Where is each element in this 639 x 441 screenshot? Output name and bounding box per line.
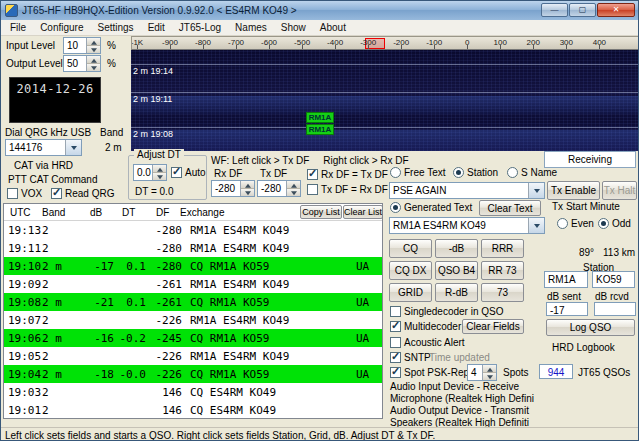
clear-text-button[interactable]: Clear Text xyxy=(479,200,541,216)
free-text-radio[interactable]: Free Text xyxy=(390,167,446,178)
macro-73-button[interactable]: 73 xyxy=(481,283,524,302)
multidecoder-checkbox[interactable]: Multidecoder xyxy=(390,321,461,332)
cell-band: 2 xyxy=(42,224,86,237)
ruler-label: -800 xyxy=(195,38,211,47)
spinner-arrows-icon[interactable] xyxy=(286,181,300,196)
minimize-button[interactable]: — xyxy=(541,3,568,17)
spot-spinner[interactable]: 4 xyxy=(467,364,497,381)
vox-checkbox[interactable]: VOX xyxy=(7,188,42,199)
ruler-label: -900 xyxy=(162,38,178,47)
column-header-db: dB xyxy=(90,207,102,218)
menu-about[interactable]: About xyxy=(313,21,353,34)
db-rcvd-field[interactable] xyxy=(594,302,636,316)
cell-df: -280 xyxy=(146,224,182,237)
free-text-combo[interactable]: PSE AGAIN xyxy=(389,182,545,199)
close-button[interactable]: ✕ xyxy=(597,3,635,17)
decode-row[interactable]: 19:042 m-18-0.0-226CQ RM1A KO59UA xyxy=(4,365,382,383)
cell-exchange: RM1A ES4RM KO49 xyxy=(182,242,356,255)
read-qrg-checkbox[interactable]: Read QRG xyxy=(51,188,114,199)
macro-qso-b4-button[interactable]: QSO B4 xyxy=(435,261,478,280)
clear-list-button[interactable]: Clear List xyxy=(343,205,383,219)
decode-row[interactable]: 19:082 m-210.1-261CQ RM1A KO59UA xyxy=(4,293,382,311)
acoustic-alert-checkbox[interactable]: Acoustic Alert xyxy=(390,337,465,348)
auto-dt-checkbox[interactable]: Auto xyxy=(171,167,206,178)
menu-settings[interactable]: Settings xyxy=(90,21,140,34)
macro-r-db-button[interactable]: R-dB xyxy=(435,283,478,302)
generated-text-radio[interactable]: Generated Text xyxy=(390,202,472,213)
log-qso-button[interactable]: Log QSO xyxy=(546,319,635,336)
menu-configure[interactable]: Configure xyxy=(33,21,90,34)
spinner-arrows-icon[interactable] xyxy=(86,38,100,53)
decode-row[interactable]: 19:032146CQ ES4RM KO49 xyxy=(4,383,382,401)
column-header-utc: UTC xyxy=(10,207,31,218)
spinner-arrows-icon[interactable] xyxy=(152,165,166,180)
decode-row[interactable]: 19:012146CQ ES4RM KO49 xyxy=(4,401,382,419)
adjust-dt-spinner[interactable]: 0.0 xyxy=(133,164,167,181)
input-level-spinner[interactable]: 10 xyxy=(63,37,101,54)
dt-status-label: DT = 0.0 xyxy=(135,186,173,197)
dropdown-arrow-icon[interactable] xyxy=(528,183,544,198)
decode-row[interactable]: 19:062 m-16-0.2-245CQ RM1A KO59UA xyxy=(4,329,382,347)
macro-cq-button[interactable]: CQ xyxy=(389,239,432,258)
maximize-button[interactable]: ▢ xyxy=(569,3,596,17)
sntp-checkbox[interactable]: SNTP xyxy=(390,352,431,363)
macro-db-button[interactable]: -dB xyxy=(435,239,478,258)
tx-message-combo[interactable]: RM1A ES4RM KO49 xyxy=(389,217,545,234)
singledecoder-checkbox[interactable]: Singledecoder in QSO xyxy=(390,306,504,317)
dial-qrg-combo[interactable]: 144176 xyxy=(5,139,82,156)
macro-grid-button[interactable]: GRID xyxy=(389,283,432,302)
cell-dt: 0.1 xyxy=(114,260,146,273)
decode-table: Copy List Clear List UTCBanddBDTDFExchan… xyxy=(3,203,383,419)
spinner-arrows-icon[interactable] xyxy=(482,365,496,380)
waterfall-body[interactable]: 2 m 19:142 m 19:112 m 19:08RM1ARM1A xyxy=(131,50,639,151)
cell-db: -21 xyxy=(86,296,114,309)
grid-field[interactable]: KO59 xyxy=(592,271,635,288)
macro-cq-dx-button[interactable]: CQ DX xyxy=(389,261,432,280)
utc-clock: 2014-12-26 xyxy=(9,77,101,123)
clear-fields-button[interactable]: Clear Fields xyxy=(462,319,524,334)
cell-df: -226 xyxy=(146,368,182,381)
decode-row[interactable]: 19:092-261RM1A ES4RM KO49 xyxy=(4,275,382,293)
decode-row[interactable]: 19:132-280RM1A ES4RM KO49 xyxy=(4,221,382,239)
decode-row[interactable]: 19:072-226RM1A ES4RM KO49 xyxy=(4,311,382,329)
tx-df-spinner[interactable]: -280 xyxy=(257,180,301,197)
ruler-label: -200 xyxy=(393,38,409,47)
tx-halt-button[interactable]: Tx Halt xyxy=(602,181,637,200)
spinner-arrows-icon[interactable] xyxy=(86,56,100,71)
cell-utc: 19:05 xyxy=(8,350,42,363)
spinner-arrows-icon[interactable] xyxy=(240,181,254,196)
odd-minute-radio[interactable]: Odd xyxy=(598,218,631,229)
even-minute-radio[interactable]: Even xyxy=(557,218,594,229)
menu-file[interactable]: File xyxy=(3,21,33,34)
dropdown-arrow-icon[interactable] xyxy=(528,218,544,233)
band-label: Band xyxy=(100,127,123,138)
tx-enable-button[interactable]: Tx Enable xyxy=(547,181,600,200)
copy-list-button[interactable]: Copy List xyxy=(300,205,342,219)
spot-psk-checkbox[interactable]: Spot PSK-Rep. xyxy=(390,367,472,378)
title-bar: JT65-HF HB9HQX-Edition Version 0.9.92.0 … xyxy=(1,1,638,20)
db-sent-field[interactable]: -17 xyxy=(546,302,588,316)
waterfall-ruler[interactable]: -1K-900-800-700-600-500-400-300-200-1000… xyxy=(131,36,639,50)
cell-utc: 19:04 xyxy=(8,368,42,381)
tx-eq-rx-checkbox[interactable]: Tx DF = Rx DF xyxy=(307,184,388,195)
menu-edit[interactable]: Edit xyxy=(141,21,172,34)
cell-utc: 19:07 xyxy=(8,314,42,327)
menu-show[interactable]: Show xyxy=(274,21,313,34)
waterfall: -1K-900-800-700-600-500-400-300-200-1000… xyxy=(131,36,639,151)
rx-eq-tx-checkbox[interactable]: Rx DF = Tx DF xyxy=(307,169,388,180)
cell-df: -280 xyxy=(146,242,182,255)
station-radio[interactable]: Station xyxy=(453,167,498,178)
s-name-radio[interactable]: S Name xyxy=(507,167,557,178)
dropdown-arrow-icon[interactable] xyxy=(65,140,81,155)
decode-row[interactable]: 19:112-280RM1A ES4RM KO49 xyxy=(4,239,382,257)
macro-rrr-button[interactable]: RRR xyxy=(481,239,524,258)
macro-rr-73-button[interactable]: RR 73 xyxy=(481,261,524,280)
menu-jt65-log[interactable]: JT65-Log xyxy=(172,21,228,34)
output-level-spinner[interactable]: 50 xyxy=(63,55,101,72)
decode-row[interactable]: 19:052-226RM1A ES4RM KO49 xyxy=(4,347,382,365)
rx-df-spinner[interactable]: -280 xyxy=(211,180,255,197)
checkbox-icon xyxy=(390,337,401,348)
callsign-field[interactable]: RM1A xyxy=(544,271,588,288)
menu-names[interactable]: Names xyxy=(228,21,274,34)
decode-row[interactable]: 19:102 m-170.1-280CQ RM1A KO59UA xyxy=(4,257,382,275)
